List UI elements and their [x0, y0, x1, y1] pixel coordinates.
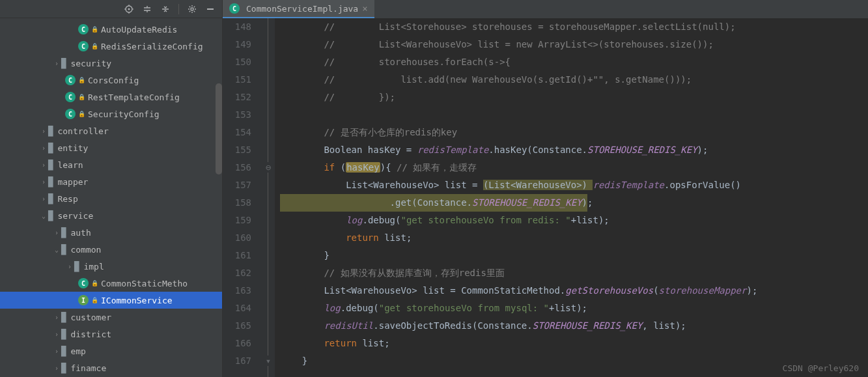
lock-icon: 🔒: [78, 94, 85, 100]
folder-icon: ▉: [61, 244, 66, 255]
tree-node-redisserializeconfig[interactable]: C🔒RedisSerializeConfig: [0, 38, 222, 55]
editor-tabs: C CommonServiceImpl.java ×: [223, 0, 868, 18]
folder-icon: ▉: [61, 346, 66, 356]
node-label: auth: [70, 228, 91, 238]
target-icon[interactable]: [124, 4, 134, 14]
class-icon: C: [78, 278, 89, 288]
class-icon: C: [65, 75, 76, 85]
folder-icon: ▉: [48, 126, 53, 136]
tree-node-commonstaticmethod[interactable]: C🔒CommonStaticMetho: [0, 275, 222, 292]
node-label: learn: [57, 160, 83, 170]
tree-node-resttemplateconfig[interactable]: C🔒RestTemplateConfig: [0, 89, 222, 105]
folder-icon: ▉: [48, 143, 53, 153]
node-label: finamce: [70, 363, 106, 373]
node-label: security: [70, 59, 111, 68]
lock-icon: 🔒: [91, 26, 98, 33]
tree-node-district[interactable]: ›▉district: [0, 326, 222, 342]
close-icon[interactable]: ×: [362, 3, 367, 14]
chevron-down-icon[interactable]: ⌄: [39, 212, 48, 219]
class-icon: C: [78, 41, 89, 51]
interface-icon: I: [78, 295, 89, 305]
tree-node-finamce[interactable]: ›▉finamce: [0, 359, 222, 376]
tree-node-resp[interactable]: ›▉Resp: [0, 190, 222, 207]
node-label: impl: [83, 262, 104, 272]
tree-node-impl[interactable]: ›▉impl: [0, 258, 222, 275]
gear-icon[interactable]: [187, 4, 197, 14]
node-label: CommonStaticMetho: [101, 279, 188, 288]
project-sidebar: C🔒AutoUpdateRedisC🔒RedisSerializeConfig›…: [0, 0, 223, 377]
node-label: mapper: [57, 177, 88, 187]
minimize-icon[interactable]: [205, 4, 216, 14]
svg-point-1: [128, 8, 130, 10]
lock-icon: 🔒: [91, 280, 98, 286]
tree-node-common[interactable]: ⌄▉common: [0, 241, 222, 258]
chevron-right-icon[interactable]: ›: [52, 331, 61, 338]
node-label: CorsConfig: [88, 76, 139, 85]
lock-icon: 🔒: [78, 77, 85, 83]
node-label: customer: [70, 313, 111, 322]
folder-icon: ▉: [61, 312, 66, 322]
tree-node-learn[interactable]: ›▉learn: [0, 156, 222, 173]
line-gutter: 1481491501511521531541551561571581591601…: [223, 18, 262, 377]
chevron-right-icon[interactable]: ›: [52, 314, 61, 321]
chevron-right-icon[interactable]: ›: [52, 365, 61, 372]
tree-node-controller[interactable]: ›▉controller: [0, 122, 222, 139]
tab-label: CommonServiceImpl.java: [246, 4, 358, 14]
tree-node-customer[interactable]: ›▉customer: [0, 309, 222, 326]
tree-node-security[interactable]: ›▉security: [0, 55, 222, 72]
code-content[interactable]: // List<Storehouse> storehouses = storeh…: [275, 18, 868, 377]
class-icon: C: [78, 24, 89, 35]
lock-icon: 🔒: [78, 111, 85, 117]
chevron-down-icon[interactable]: ⌄: [52, 246, 61, 253]
tree-node-auth[interactable]: ›▉auth: [0, 224, 222, 241]
tree-node-securityconfig[interactable]: C🔒SecurityConfig: [0, 105, 222, 122]
folder-icon: ▉: [74, 261, 79, 272]
tree-node-emp[interactable]: ›▉emp: [0, 342, 222, 359]
folder-icon: ▉: [48, 176, 53, 187]
editor-area: C CommonServiceImpl.java × 1481491501511…: [223, 0, 868, 377]
lock-icon: 🔒: [91, 297, 98, 303]
folder-icon: ▉: [48, 210, 53, 221]
node-label: service: [57, 211, 93, 221]
class-icon: C: [65, 109, 76, 119]
chevron-right-icon[interactable]: ›: [65, 263, 74, 270]
class-icon: C: [65, 92, 76, 102]
project-tree[interactable]: C🔒AutoUpdateRedisC🔒RedisSerializeConfig›…: [0, 18, 222, 377]
tree-node-autoupdateredis[interactable]: C🔒AutoUpdateRedis: [0, 21, 222, 38]
chevron-right-icon[interactable]: ›: [52, 60, 61, 67]
tree-node-corsconfig[interactable]: C🔒CorsConfig: [0, 72, 222, 89]
folder-icon: ▉: [61, 58, 66, 68]
folder-icon: ▉: [48, 160, 53, 170]
node-label: ICommonService: [101, 296, 173, 305]
folder-icon: ▉: [48, 193, 53, 204]
tree-node-entity[interactable]: ›▉entity: [0, 139, 222, 156]
node-label: Resp: [57, 194, 77, 204]
fold-gutter[interactable]: ⊖ ▾: [262, 18, 275, 377]
node-label: emp: [70, 346, 85, 356]
class-icon: C: [229, 3, 240, 14]
node-label: entity: [57, 143, 88, 153]
tree-scrollbar[interactable]: [216, 83, 222, 175]
tree-node-service[interactable]: ⌄▉service: [0, 207, 222, 224]
chevron-right-icon[interactable]: ›: [39, 195, 48, 202]
chevron-right-icon[interactable]: ›: [52, 348, 61, 355]
collapse-all-icon[interactable]: [160, 4, 171, 14]
tree-node-mapper[interactable]: ›▉mapper: [0, 173, 222, 190]
node-label: SecurityConfig: [88, 109, 160, 119]
expand-all-icon[interactable]: [142, 4, 152, 14]
folder-icon: ▉: [61, 227, 66, 238]
node-label: district: [70, 329, 111, 339]
chevron-right-icon[interactable]: ›: [52, 229, 61, 236]
tab-commonserviceimpl[interactable]: C CommonServiceImpl.java ×: [223, 0, 374, 18]
chevron-right-icon[interactable]: ›: [39, 178, 48, 186]
folder-icon: ▉: [61, 363, 66, 373]
sidebar-toolbar: [0, 0, 222, 18]
node-label: RestTemplateConfig: [88, 92, 180, 102]
chevron-right-icon[interactable]: ›: [39, 145, 48, 152]
tree-node-icommonservice[interactable]: I🔒ICommonService: [0, 292, 222, 309]
code-editor[interactable]: 1481491501511521531541551561571581591601…: [223, 18, 868, 377]
chevron-right-icon[interactable]: ›: [39, 161, 48, 169]
node-label: RedisSerializeConfig: [101, 42, 203, 51]
chevron-right-icon[interactable]: ›: [39, 128, 48, 135]
svg-rect-7: [207, 8, 214, 10]
